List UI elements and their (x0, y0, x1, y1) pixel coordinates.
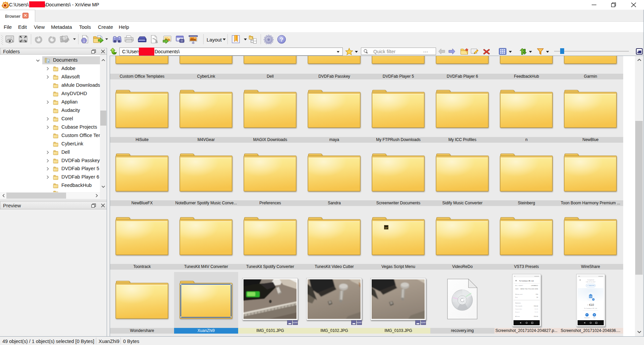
svg-text:LHV8EE22: LHV8EE22 (531, 285, 538, 286)
svg-text:All time: All time (515, 316, 520, 317)
svg-text:Statement: Statement (584, 317, 590, 319)
svg-text:EE96 7700 7710 0131 9296: EE96 7700 7710 0131 9296 (521, 288, 538, 290)
svg-text:Money sent: Money sent (515, 293, 523, 295)
svg-text:To Coinbase UK, Ltd.: To Coinbase UK, Ltd. (584, 307, 597, 309)
svg-text:BIC / SWIFT: BIC / SWIFT (515, 285, 523, 286)
svg-text:€0.00: €0.00 (535, 308, 538, 310)
svg-text:Statistics: Statistics (515, 302, 521, 304)
svg-text:IBAN: IBAN (515, 288, 519, 290)
svg-text:Completed: Completed (587, 279, 594, 281)
svg-text:€0.00: €0.00 (535, 311, 538, 313)
svg-text:✎ TRANSFER: ✎ TRANSFER (587, 285, 595, 286)
svg-text:€10: €10 (536, 293, 538, 295)
svg-text:?: ? (280, 37, 283, 43)
svg-text:To Coinbase UK, Ltd.: To Coinbase UK, Ltd. (519, 280, 534, 282)
svg-text:€0: €0 (536, 296, 538, 298)
svg-text:9:48, 19 Oct 2017: 9:48, 19 Oct 2017 (586, 281, 596, 283)
svg-text:August: August (515, 311, 520, 313)
svg-text:This month: This month (515, 305, 522, 307)
svg-text:Fee: Fee (515, 296, 518, 298)
svg-text:Help: Help (593, 317, 596, 319)
svg-text:€10.00: €10.00 (534, 316, 538, 317)
svg-text:- €10: - €10 (587, 303, 594, 306)
svg-text:September: September (515, 308, 522, 310)
svg-text:€10.00: €10.00 (534, 305, 538, 307)
